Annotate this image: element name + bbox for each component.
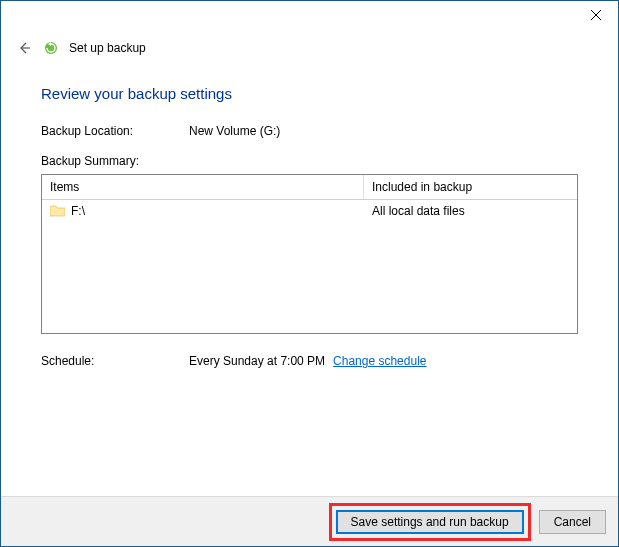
close-button[interactable] xyxy=(574,1,618,29)
folder-icon xyxy=(50,205,65,217)
save-settings-run-backup-button[interactable]: Save settings and run backup xyxy=(336,510,524,534)
schedule-label: Schedule: xyxy=(41,354,189,368)
close-icon xyxy=(591,10,601,20)
backup-wizard-window: Set up backup Review your backup setting… xyxy=(0,0,619,547)
change-schedule-link[interactable]: Change schedule xyxy=(333,354,426,368)
titlebar xyxy=(1,1,618,31)
window-title: Set up backup xyxy=(69,41,146,55)
back-button[interactable] xyxy=(15,39,33,57)
backup-location-value: New Volume (G:) xyxy=(189,124,280,138)
backup-location-label: Backup Location: xyxy=(41,124,189,138)
column-header-items[interactable]: Items xyxy=(42,175,364,199)
item-path: F:\ xyxy=(71,204,85,218)
arrow-left-icon xyxy=(16,40,32,56)
page-heading: Review your backup settings xyxy=(41,85,578,102)
backup-summary-box: Items Included in backup F:\ All local d… xyxy=(41,174,578,334)
summary-header: Items Included in backup xyxy=(42,175,577,200)
content-area: Review your backup settings Backup Locat… xyxy=(1,57,618,496)
header-row: Set up backup xyxy=(1,31,618,57)
backup-location-row: Backup Location: New Volume (G:) xyxy=(41,124,578,138)
table-row[interactable]: F:\ All local data files xyxy=(42,200,577,222)
backup-restore-icon xyxy=(43,40,59,56)
footer-bar: Save settings and run backup Cancel xyxy=(1,496,618,546)
backup-summary-label: Backup Summary: xyxy=(41,154,578,168)
schedule-row: Schedule: Every Sunday at 7:00 PM Change… xyxy=(41,354,578,368)
cell-included: All local data files xyxy=(364,202,577,220)
cell-item: F:\ xyxy=(42,202,364,220)
column-header-included[interactable]: Included in backup xyxy=(364,175,577,199)
cancel-button[interactable]: Cancel xyxy=(539,510,606,534)
highlight-annotation: Save settings and run backup xyxy=(329,503,531,541)
schedule-value: Every Sunday at 7:00 PM xyxy=(189,354,325,368)
